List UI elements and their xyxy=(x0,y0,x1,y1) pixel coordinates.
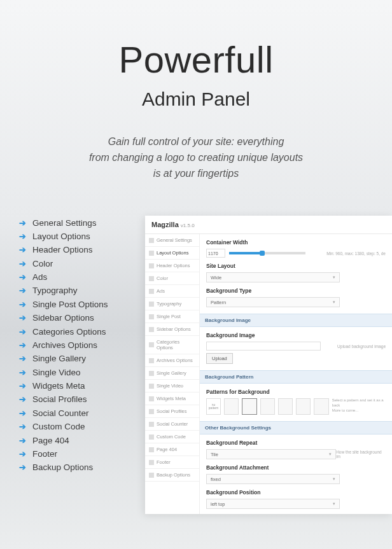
sidebar-item[interactable]: Categories Options xyxy=(145,336,199,354)
arrow-right-icon: ➔ xyxy=(19,259,26,268)
feature-label: Single Gallery xyxy=(32,354,86,363)
bg-pos-select[interactable]: left top ▾ xyxy=(206,499,340,509)
pattern-swatch[interactable] xyxy=(296,398,311,415)
feature-label: Page 404 xyxy=(32,436,69,445)
upload-button[interactable]: Upload xyxy=(206,353,233,364)
panel-main: Container Width 1170 Min: 960, max: 1380… xyxy=(200,234,392,514)
sidebar-item[interactable]: General Settings xyxy=(145,234,199,247)
bg-type-select[interactable]: Pattern ▾ xyxy=(206,297,340,307)
pattern-swatch[interactable] xyxy=(260,398,275,415)
label-bg-pos: Background Position xyxy=(206,489,386,496)
feature-item: ➔Widgets Meta xyxy=(19,379,134,393)
menu-icon xyxy=(149,327,154,332)
sidebar-item[interactable]: Single Video xyxy=(145,380,199,393)
menu-icon xyxy=(149,342,154,347)
feature-label: Ads xyxy=(32,272,47,282)
sidebar-item-label: Social Counter xyxy=(157,421,188,427)
feature-item: ➔Categories Options xyxy=(19,324,134,338)
label-bg-attach: Background Attachment xyxy=(206,464,386,471)
pattern-swatch[interactable] xyxy=(278,398,293,415)
menu-icon xyxy=(149,263,154,268)
panel-version: v1.5.0 xyxy=(181,223,195,228)
arrow-right-icon: ➔ xyxy=(19,449,26,459)
feature-label: General Settings xyxy=(32,218,97,228)
menu-icon xyxy=(149,276,154,281)
sidebar-item-label: Single Post xyxy=(157,314,181,319)
arrow-right-icon: ➔ xyxy=(19,272,26,282)
sidebar-item[interactable]: Typography xyxy=(145,298,199,310)
sidebar-item[interactable]: Ads xyxy=(145,285,199,298)
page-title-sub: Admin Panel xyxy=(0,88,392,110)
sidebar-item[interactable]: Color xyxy=(145,272,199,285)
feature-label: Footer xyxy=(32,449,57,459)
sidebar-item[interactable]: Page 404 xyxy=(145,443,199,456)
chevron-down-icon: ▾ xyxy=(333,501,335,506)
sidebar-item-label: Typography xyxy=(157,301,181,307)
sidebar-item[interactable]: Archives Options xyxy=(145,354,199,367)
sidebar-item[interactable]: Social Profiles xyxy=(145,405,199,418)
sidebar-item-label: Single Gallery xyxy=(157,370,186,376)
feature-label: Widgets Meta xyxy=(32,381,85,391)
label-bg-repeat: Background Repeat xyxy=(206,440,386,446)
section-other-bg: Other Background Settings xyxy=(200,421,392,434)
sidebar-item[interactable]: Custom Code xyxy=(145,431,199,443)
sidebar-item-label: Layout Options xyxy=(157,250,188,256)
feature-list: ➔General Settings➔Layout Options➔Header … xyxy=(19,216,134,514)
feature-label: Backup Options xyxy=(32,462,93,472)
container-width-input[interactable]: 1170 xyxy=(206,249,225,258)
label-patterns: Patterns for Background xyxy=(206,389,386,395)
pattern-swatch[interactable] xyxy=(224,398,239,415)
sidebar-item-label: Ads xyxy=(157,288,165,294)
sidebar-item[interactable]: Header Options xyxy=(145,260,199,272)
feature-label: Single Post Options xyxy=(32,300,108,309)
menu-icon xyxy=(149,251,154,256)
sidebar-item-label: Page 404 xyxy=(157,447,177,452)
page-title-main: Powerfull xyxy=(0,38,392,81)
feature-label: Sidebar Options xyxy=(32,313,94,323)
arrow-right-icon: ➔ xyxy=(19,245,26,254)
admin-panel: Magzilla v1.5.0 General SettingsLayout O… xyxy=(145,216,392,514)
feature-item: ➔Social Profiles xyxy=(19,393,134,406)
container-width-slider[interactable] xyxy=(229,252,305,254)
menu-icon xyxy=(149,396,154,401)
sidebar-item[interactable]: Single Gallery xyxy=(145,367,199,380)
sidebar-item[interactable]: Sidebar Options xyxy=(145,323,199,336)
bg-image-input[interactable] xyxy=(206,342,321,351)
menu-icon xyxy=(149,447,154,452)
feature-label: Custom Code xyxy=(32,422,85,431)
menu-icon xyxy=(149,289,154,294)
sidebar-item-label: Color xyxy=(157,275,168,281)
sidebar-item[interactable]: Backup Options xyxy=(145,469,199,482)
section-bg-pattern: Background Pattern xyxy=(200,370,392,384)
site-layout-select[interactable]: Wide ▾ xyxy=(206,272,340,282)
sidebar-item[interactable]: Widgets Meta xyxy=(145,393,199,405)
page-description: Gain full control of your site: everythi… xyxy=(0,134,392,181)
menu-icon xyxy=(149,358,154,363)
bg-attach-select[interactable]: fixed ▾ xyxy=(206,474,340,484)
arrow-right-icon: ➔ xyxy=(19,422,26,431)
pattern-none[interactable]: no pattern xyxy=(206,398,221,415)
menu-icon xyxy=(149,371,154,376)
menu-icon xyxy=(149,434,154,440)
label-site-layout: Site Layout xyxy=(206,263,386,269)
sidebar-item[interactable]: Single Post xyxy=(145,310,199,323)
sidebar-item-label: Footer xyxy=(157,459,171,465)
sidebar-item[interactable]: Footer xyxy=(145,456,199,469)
feature-item: ➔Archives Options xyxy=(19,338,134,352)
bg-repeat-select[interactable]: Tile ▾ xyxy=(206,449,336,459)
sidebar-item[interactable]: Layout Options xyxy=(145,247,199,260)
arrow-right-icon: ➔ xyxy=(19,340,26,350)
menu-icon xyxy=(149,409,154,414)
pattern-swatch[interactable] xyxy=(314,398,328,415)
pattern-swatch[interactable] xyxy=(242,398,256,415)
panel-brand: Magzilla xyxy=(151,221,179,228)
feature-item: ➔Social Counter xyxy=(19,407,134,420)
menu-icon xyxy=(149,473,154,478)
feature-item: ➔Color xyxy=(19,257,134,270)
panel-sidebar: General SettingsLayout OptionsHeader Opt… xyxy=(145,234,200,514)
sidebar-item-label: Social Profiles xyxy=(157,408,187,414)
sidebar-item[interactable]: Social Counter xyxy=(145,418,199,431)
chevron-down-icon: ▾ xyxy=(333,275,335,280)
feature-label: Social Profiles xyxy=(32,394,87,404)
arrow-right-icon: ➔ xyxy=(19,313,26,323)
